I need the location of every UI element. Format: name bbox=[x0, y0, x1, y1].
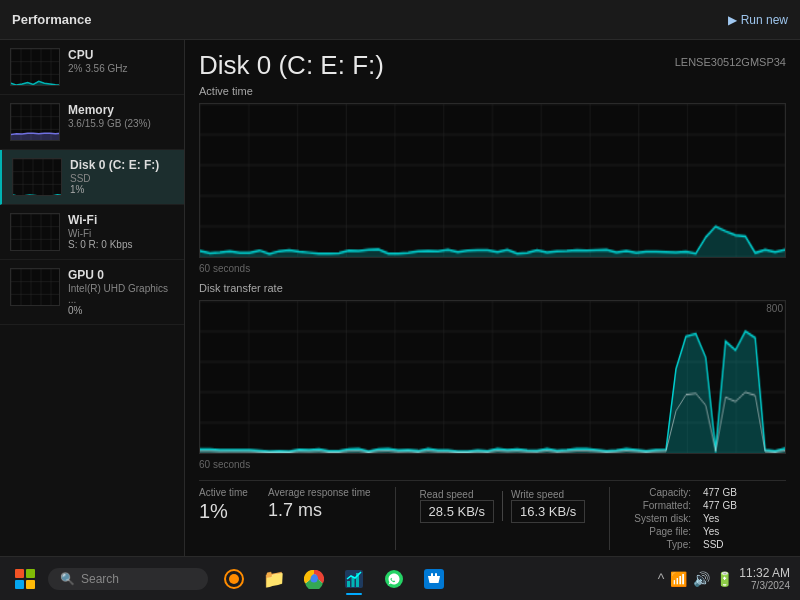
read-speed-value: 28.5 KB/s bbox=[420, 500, 494, 523]
svg-rect-11 bbox=[431, 573, 433, 578]
memory-name: Memory bbox=[68, 103, 174, 117]
main-layout: CPU 2% 3.56 GHz Memory 3.6/15.9 GB (23%)… bbox=[0, 40, 800, 556]
taskbar-app-taskmanager[interactable] bbox=[336, 561, 372, 597]
title-bar: Performance ▶ Run new bbox=[0, 0, 800, 40]
sidebar: CPU 2% 3.56 GHz Memory 3.6/15.9 GB (23%)… bbox=[0, 40, 185, 556]
run-new-label: Run new bbox=[741, 13, 788, 27]
taskbar-app-store[interactable] bbox=[416, 561, 452, 597]
search-icon: 🔍 bbox=[60, 572, 75, 586]
clock-time: 11:32 AM bbox=[739, 566, 790, 580]
charts-section: Active time 60 seconds Disk transfer rat… bbox=[199, 85, 786, 474]
taskbar-right: ^ 📶 🔊 🔋 11:32 AM 7/3/2024 bbox=[658, 566, 790, 591]
write-speed-value: 16.3 KB/s bbox=[511, 500, 585, 523]
type-value: SSD bbox=[703, 539, 737, 550]
chart2-time-label: 60 seconds bbox=[199, 459, 786, 470]
taskbar-app-chrome[interactable] bbox=[296, 561, 332, 597]
wifi-mini-graph bbox=[10, 213, 60, 251]
page-file-value: Yes bbox=[703, 526, 737, 537]
sidebar-item-memory[interactable]: Memory 3.6/15.9 GB (23%) bbox=[0, 95, 184, 150]
sidebar-item-wifi[interactable]: Wi-Fi Wi-Fi S: 0 R: 0 Kbps bbox=[0, 205, 184, 260]
system-tray: ^ 📶 🔊 🔋 bbox=[658, 571, 734, 587]
cpu-mini-graph bbox=[10, 48, 60, 86]
sidebar-item-gpu0[interactable]: GPU 0 Intel(R) UHD Graphics ... 0% bbox=[0, 260, 184, 325]
avg-response-stat: Average response time 1.7 ms bbox=[268, 487, 371, 550]
stats-divider2 bbox=[609, 487, 610, 550]
windows-start-button[interactable] bbox=[10, 564, 40, 594]
system-clock[interactable]: 11:32 AM 7/3/2024 bbox=[739, 566, 790, 591]
search-bar[interactable]: 🔍 Search bbox=[48, 568, 208, 590]
chevron-up-icon[interactable]: ^ bbox=[658, 571, 665, 587]
right-stats: Capacity: 477 GB Formatted: 477 GB Syste… bbox=[634, 487, 737, 550]
search-text: Search bbox=[81, 572, 119, 586]
disk-header: Disk 0 (C: E: F:) LENSE30512GMSP34 bbox=[199, 50, 786, 81]
network-icon[interactable]: 📶 bbox=[670, 571, 687, 587]
transfer-rate-chart: 800 bbox=[199, 300, 786, 455]
speed-stat: Read speed 28.5 KB/s Write speed 16.3 KB… bbox=[420, 487, 586, 550]
disk-model: LENSE30512GMSP34 bbox=[675, 56, 786, 68]
formatted-label: Formatted: bbox=[634, 500, 691, 511]
avg-response-value: 1.7 ms bbox=[268, 500, 371, 521]
system-disk-value: Yes bbox=[703, 513, 737, 524]
taskbar-app-cortana[interactable] bbox=[216, 561, 252, 597]
page-file-label: Page file: bbox=[634, 526, 691, 537]
gpu0-sub: Intel(R) UHD Graphics ... bbox=[68, 283, 174, 305]
disk0-val: 1% bbox=[70, 184, 174, 195]
svg-point-4 bbox=[311, 575, 318, 582]
write-speed-label: Write speed bbox=[511, 489, 585, 500]
active-time-stat: Active time 1% bbox=[199, 487, 248, 550]
disk-title: Disk 0 (C: E: F:) bbox=[199, 50, 384, 81]
gpu0-name: GPU 0 bbox=[68, 268, 174, 282]
taskbar-app-fileexplorer[interactable]: 📁 bbox=[256, 561, 292, 597]
cpu-name: CPU bbox=[68, 48, 174, 62]
gpu0-val: 0% bbox=[68, 305, 174, 316]
wifi-val: S: 0 R: 0 Kbps bbox=[68, 239, 174, 250]
chart1-time-label: 60 seconds bbox=[199, 263, 786, 274]
disk0-sub: SSD bbox=[70, 173, 174, 184]
gpu0-mini-graph bbox=[10, 268, 60, 306]
taskbar: 🔍 Search 📁 bbox=[0, 556, 800, 600]
svg-point-1 bbox=[229, 574, 239, 584]
svg-rect-12 bbox=[435, 573, 437, 578]
chart1-label: Active time bbox=[199, 85, 786, 97]
stats-row: Active time 1% Average response time 1.7… bbox=[199, 480, 786, 550]
sidebar-item-cpu[interactable]: CPU 2% 3.56 GHz bbox=[0, 40, 184, 95]
speed-divider bbox=[502, 491, 503, 521]
disk0-name: Disk 0 (C: E: F:) bbox=[70, 158, 174, 172]
disk-content: Disk 0 (C: E: F:) LENSE30512GMSP34 Activ… bbox=[185, 40, 800, 556]
taskbar-app-whatsapp[interactable] bbox=[376, 561, 412, 597]
system-disk-label: System disk: bbox=[634, 513, 691, 524]
chart2-label: Disk transfer rate bbox=[199, 282, 786, 294]
svg-rect-6 bbox=[347, 581, 350, 587]
read-speed-label: Read speed bbox=[420, 489, 494, 500]
battery-icon[interactable]: 🔋 bbox=[716, 571, 733, 587]
wifi-name: Wi-Fi bbox=[68, 213, 174, 227]
memory-mini-graph bbox=[10, 103, 60, 141]
formatted-value: 477 GB bbox=[703, 500, 737, 511]
capacity-value: 477 GB bbox=[703, 487, 737, 498]
app-title: Performance bbox=[12, 12, 91, 27]
cpu-sub: 2% 3.56 GHz bbox=[68, 63, 174, 74]
svg-rect-7 bbox=[352, 577, 355, 587]
avg-response-label: Average response time bbox=[268, 487, 371, 498]
volume-icon[interactable]: 🔊 bbox=[693, 571, 710, 587]
taskbar-apps: 📁 bbox=[216, 561, 650, 597]
active-time-label: Active time bbox=[199, 487, 248, 498]
sidebar-item-disk0[interactable]: Disk 0 (C: E: F:) SSD 1% bbox=[0, 150, 184, 205]
stats-divider bbox=[395, 487, 396, 550]
wifi-sub: Wi-Fi bbox=[68, 228, 174, 239]
run-new-icon: ▶ bbox=[728, 13, 737, 27]
active-time-chart bbox=[199, 103, 786, 258]
clock-date: 7/3/2024 bbox=[739, 580, 790, 591]
run-new-button[interactable]: ▶ Run new bbox=[728, 13, 788, 27]
chart2-max-label: 800 bbox=[766, 303, 783, 314]
disk0-mini-graph bbox=[12, 158, 62, 196]
memory-sub: 3.6/15.9 GB (23%) bbox=[68, 118, 174, 129]
active-time-value: 1% bbox=[199, 500, 248, 523]
capacity-label: Capacity: bbox=[634, 487, 691, 498]
type-label: Type: bbox=[634, 539, 691, 550]
